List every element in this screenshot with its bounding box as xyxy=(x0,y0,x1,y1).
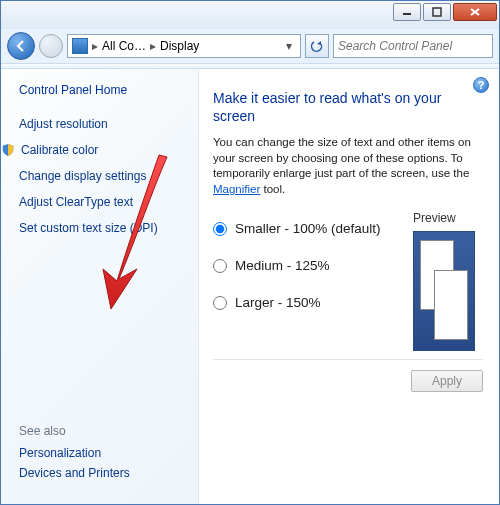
preview-label: Preview xyxy=(413,211,483,225)
sidebar-item-label: Calibrate color xyxy=(21,143,98,157)
sidebar-link-calibrate-color[interactable]: Calibrate color xyxy=(1,143,188,157)
breadcrumb-item-allcontrol[interactable]: All Co… xyxy=(102,39,146,53)
content-area: Control Panel Home Adjust resolution Cal… xyxy=(1,69,499,504)
magnifier-link[interactable]: Magnifier xyxy=(213,183,260,195)
sidebar-item-label: Change display settings xyxy=(19,169,146,183)
sidebar-link-devices-printers[interactable]: Devices and Printers xyxy=(19,466,188,480)
refresh-button[interactable] xyxy=(305,34,329,58)
radio-medium[interactable]: Medium - 125% xyxy=(213,258,403,273)
sidebar-item-label: Adjust ClearType text xyxy=(19,195,133,209)
sidebar-link-adjust-resolution[interactable]: Adjust resolution xyxy=(19,117,188,131)
help-icon[interactable]: ? xyxy=(473,77,489,93)
titlebar xyxy=(1,1,499,29)
search-box[interactable] xyxy=(333,34,493,58)
sidebar-item-label: Personalization xyxy=(19,446,101,460)
radio-label: Medium - 125% xyxy=(235,258,330,273)
radio-larger-input[interactable] xyxy=(213,296,227,310)
see-also-header: See also xyxy=(19,424,188,438)
apply-row: Apply xyxy=(213,359,483,392)
sidebar-link-adjust-cleartype[interactable]: Adjust ClearType text xyxy=(19,195,188,209)
window-frame: ▸ All Co… ▸ Display ▾ Control Panel Home… xyxy=(0,0,500,505)
desc-text: You can change the size of text and othe… xyxy=(213,136,471,179)
radio-smaller-input[interactable] xyxy=(213,222,227,236)
radio-label: Smaller - 100% (default) xyxy=(235,221,381,236)
radio-label: Larger - 150% xyxy=(235,295,321,310)
sidebar-link-personalization[interactable]: Personalization xyxy=(19,446,188,460)
nav-back-button[interactable] xyxy=(7,32,35,60)
radio-medium-input[interactable] xyxy=(213,259,227,273)
minimize-icon xyxy=(402,7,412,17)
main-panel: ? Make it easier to read what's on your … xyxy=(199,69,499,504)
maximize-button[interactable] xyxy=(423,3,451,21)
close-icon xyxy=(469,7,481,17)
maximize-icon xyxy=(432,7,442,17)
chevron-right-icon: ▸ xyxy=(90,39,100,53)
arrow-left-icon xyxy=(14,39,28,53)
radio-smaller[interactable]: Smaller - 100% (default) xyxy=(213,221,403,236)
sidebar-item-label: Set custom text size (DPI) xyxy=(19,221,158,235)
search-input[interactable] xyxy=(338,39,488,53)
sidebar-item-label: Adjust resolution xyxy=(19,117,108,131)
nav-forward-button[interactable] xyxy=(39,34,63,58)
address-bar: ▸ All Co… ▸ Display ▾ xyxy=(1,29,499,63)
preview-thumbnail xyxy=(413,231,475,351)
sidebar-item-label: Devices and Printers xyxy=(19,466,130,480)
chevron-right-icon: ▸ xyxy=(148,39,158,53)
radio-larger[interactable]: Larger - 150% xyxy=(213,295,403,310)
sidebar-link-set-custom-dpi[interactable]: Set custom text size (DPI) xyxy=(19,221,188,235)
page-title: Make it easier to read what's on your sc… xyxy=(213,89,483,125)
apply-button[interactable]: Apply xyxy=(411,370,483,392)
chevron-down-icon[interactable]: ▾ xyxy=(282,39,296,53)
close-button[interactable] xyxy=(453,3,497,21)
breadcrumb[interactable]: ▸ All Co… ▸ Display ▾ xyxy=(67,34,301,58)
desc-text-post: tool. xyxy=(260,183,285,195)
refresh-icon xyxy=(310,39,324,53)
sidebar: Control Panel Home Adjust resolution Cal… xyxy=(1,69,199,504)
control-panel-home-link[interactable]: Control Panel Home xyxy=(19,83,188,97)
svg-rect-1 xyxy=(433,8,441,16)
shield-icon xyxy=(1,143,15,157)
breadcrumb-item-display[interactable]: Display xyxy=(160,39,199,53)
minimize-button[interactable] xyxy=(393,3,421,21)
sidebar-link-change-display-settings[interactable]: Change display settings xyxy=(19,169,188,183)
size-options: Smaller - 100% (default) Medium - 125% L… xyxy=(213,211,483,351)
control-panel-icon xyxy=(72,38,88,54)
page-description: You can change the size of text and othe… xyxy=(213,135,483,197)
